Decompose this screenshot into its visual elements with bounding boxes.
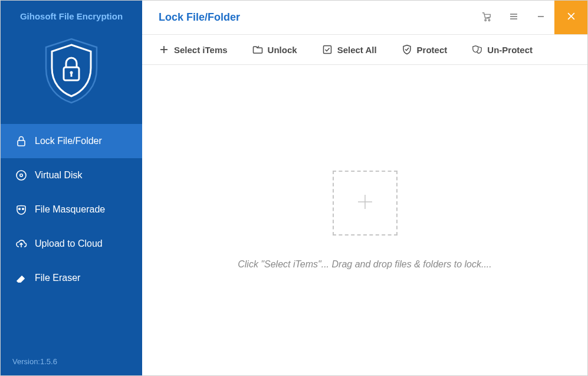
toolbar-label: Un-Protect	[487, 45, 533, 55]
svg-point-6	[19, 208, 21, 210]
hamburger-icon	[509, 12, 518, 24]
sidebar-item-file-masquerade[interactable]: File Masquerade	[1, 192, 142, 227]
svg-point-8	[485, 19, 487, 21]
sidebar-item-label: File Masquerade	[35, 204, 105, 215]
sidebar: Gihosoft File Encryption	[1, 1, 142, 375]
shield-check-icon	[402, 44, 412, 55]
protect-button[interactable]: Protect	[402, 44, 448, 55]
svg-point-5	[20, 174, 22, 176]
toolbar-label: Select iTems	[174, 45, 228, 55]
shields-icon	[472, 44, 482, 55]
cart-button[interactable]	[473, 1, 500, 34]
toolbar-label: Unlock	[268, 45, 297, 55]
dropzone[interactable]	[333, 171, 398, 236]
main-panel: Lock File/Folder	[142, 1, 587, 375]
svg-rect-3	[18, 140, 25, 146]
toolbar-label: Select All	[337, 45, 377, 55]
unprotect-button[interactable]: Un-Protect	[472, 44, 533, 55]
sidebar-nav: Lock File/Folder Virtual Disk	[1, 124, 142, 295]
window-controls	[473, 1, 587, 34]
sidebar-item-lock-file-folder[interactable]: Lock File/Folder	[1, 124, 142, 158]
sidebar-item-virtual-disk[interactable]: Virtual Disk	[1, 158, 142, 192]
minimize-button[interactable]	[527, 1, 554, 34]
select-all-button[interactable]: Select All	[322, 44, 377, 55]
shield-lock-icon	[39, 35, 104, 109]
menu-button[interactable]	[500, 1, 527, 34]
folder-unlock-icon	[252, 44, 263, 55]
svg-point-9	[488, 19, 490, 21]
toolbar-label: Protect	[417, 45, 448, 55]
plus-large-icon	[354, 191, 376, 215]
disc-icon	[15, 169, 28, 182]
page-title: Lock File/Folder	[142, 11, 473, 24]
drop-hint: Click "Select iTems"... Drag and drop fi…	[238, 259, 492, 270]
select-items-button[interactable]: Select iTems	[159, 44, 228, 55]
sidebar-item-label: Upload to Cloud	[35, 238, 103, 249]
svg-rect-18	[323, 46, 331, 54]
sidebar-item-file-eraser[interactable]: File Eraser	[1, 261, 142, 295]
mask-icon	[15, 203, 28, 216]
svg-point-7	[22, 208, 24, 210]
unlock-button[interactable]: Unlock	[252, 44, 297, 55]
minimize-icon	[537, 12, 545, 23]
titlebar: Lock File/Folder	[142, 1, 587, 35]
version-label: Version:1.5.6	[1, 348, 142, 375]
sidebar-item-upload-to-cloud[interactable]: Upload to Cloud	[1, 227, 142, 261]
sidebar-item-label: Virtual Disk	[35, 170, 83, 181]
select-all-icon	[322, 44, 333, 55]
sidebar-item-label: File Eraser	[35, 273, 80, 283]
toolbar: Select iTems Unlock Se	[142, 35, 587, 65]
plus-icon	[159, 44, 169, 55]
cart-icon	[481, 11, 492, 24]
eraser-icon	[15, 272, 28, 285]
close-icon	[567, 12, 576, 23]
content-area: Click "Select iTems"... Drag and drop fi…	[142, 65, 587, 375]
cloud-upload-icon	[15, 237, 28, 250]
sidebar-item-label: Lock File/Folder	[35, 136, 102, 146]
app-title: Gihosoft File Encryption	[1, 1, 142, 25]
svg-point-4	[17, 171, 26, 180]
app-logo	[1, 25, 142, 124]
close-button[interactable]	[554, 1, 587, 34]
lock-icon	[15, 135, 28, 148]
